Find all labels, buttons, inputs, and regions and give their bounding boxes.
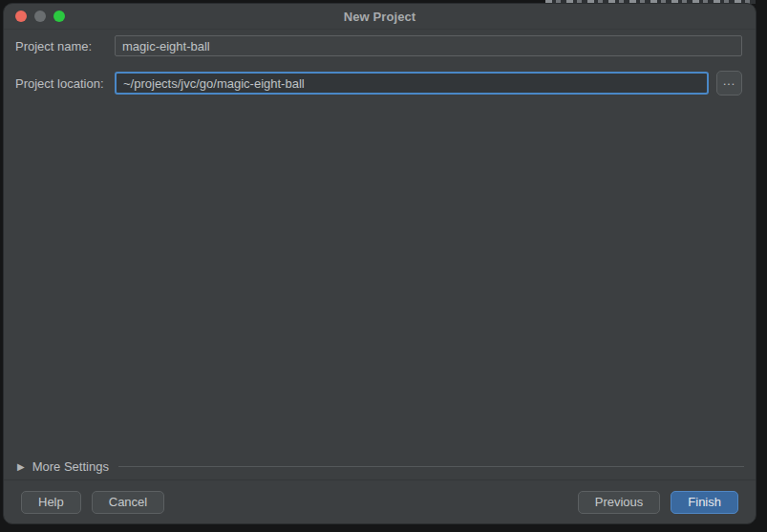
project-name-input[interactable]: [115, 35, 742, 56]
project-location-input[interactable]: [115, 72, 709, 95]
more-settings-divider: [118, 466, 744, 467]
previous-button[interactable]: Previous: [578, 491, 661, 514]
project-form: Project name: Project location: ...: [4, 30, 756, 110]
collapsed-arrow-icon: ▶: [17, 461, 25, 472]
more-settings-toggle[interactable]: ▶ More Settings: [4, 453, 756, 479]
cancel-button[interactable]: Cancel: [92, 491, 164, 514]
help-button[interactable]: Help: [21, 491, 81, 514]
project-location-label: Project location:: [15, 76, 115, 91]
footer-right-group: Previous Finish: [578, 491, 738, 514]
dialog-footer: Help Cancel Previous Finish: [4, 479, 756, 523]
project-location-row: Project location: ...: [15, 71, 742, 96]
browse-location-button[interactable]: ...: [716, 71, 742, 96]
dialog-titlebar: New Project: [4, 4, 756, 30]
dialog-title: New Project: [344, 10, 416, 24]
zoom-window-icon[interactable]: [53, 11, 65, 22]
close-window-icon[interactable]: [15, 11, 27, 22]
dialog-empty-area: [4, 110, 756, 453]
new-project-dialog: New Project Project name: Project locati…: [3, 3, 756, 524]
project-name-row: Project name:: [15, 35, 742, 56]
more-settings-label: More Settings: [32, 459, 109, 474]
finish-button[interactable]: Finish: [671, 491, 738, 514]
traffic-lights: [15, 4, 65, 29]
project-name-label: Project name:: [15, 39, 115, 53]
minimize-window-icon: [34, 11, 46, 22]
